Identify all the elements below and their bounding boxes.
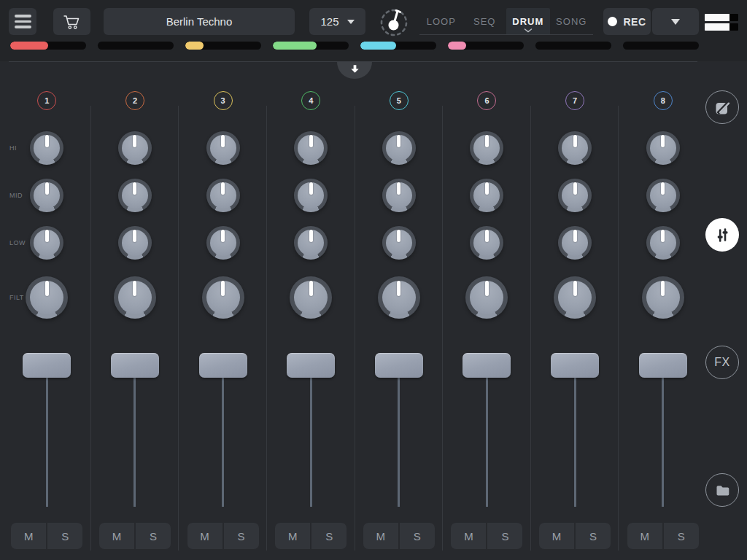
- project-title-field[interactable]: Berlin Techno: [104, 8, 295, 35]
- record-button[interactable]: REC: [603, 8, 651, 35]
- channel-number-badge[interactable]: 6: [477, 91, 496, 110]
- tab-seq[interactable]: SEQ: [463, 8, 507, 34]
- low-knob[interactable]: [382, 226, 416, 260]
- mid-knob[interactable]: [646, 179, 680, 212]
- shop-button[interactable]: [53, 8, 90, 35]
- tab-label: LOOP: [427, 16, 456, 27]
- volume-fader-handle[interactable]: [462, 353, 511, 378]
- low-knob[interactable]: [206, 226, 240, 260]
- mute-solo-group: MS: [11, 523, 82, 549]
- pad-progress-6: [448, 42, 524, 50]
- mid-knob[interactable]: [30, 179, 63, 212]
- mute-button[interactable]: M: [99, 523, 134, 549]
- hi-knob[interactable]: [646, 131, 680, 165]
- volume-fader-track: [574, 378, 576, 507]
- channel-7: 7MS: [531, 80, 619, 560]
- mid-knob[interactable]: [206, 179, 240, 212]
- filt-knob[interactable]: [554, 276, 596, 319]
- solo-button[interactable]: S: [311, 523, 347, 549]
- solo-button[interactable]: S: [487, 523, 522, 549]
- hi-knob[interactable]: [30, 131, 63, 165]
- channel-number: 5: [397, 96, 401, 105]
- low-knob[interactable]: [470, 226, 503, 260]
- mute-button[interactable]: M: [627, 523, 662, 549]
- mute-button[interactable]: M: [275, 523, 310, 549]
- filt-knob[interactable]: [465, 276, 508, 319]
- filt-knob[interactable]: [114, 276, 156, 319]
- library-button[interactable]: [705, 473, 739, 507]
- mute-button[interactable]: M: [187, 523, 222, 549]
- mid-knob[interactable]: [470, 179, 503, 212]
- filt-knob[interactable]: [378, 276, 420, 319]
- mute-button[interactable]: M: [11, 523, 46, 549]
- tab-loop[interactable]: LOOP: [419, 8, 463, 34]
- channel-number-badge[interactable]: 1: [37, 91, 56, 110]
- filt-knob[interactable]: [290, 276, 332, 319]
- volume-fader-handle[interactable]: [199, 353, 247, 378]
- chevron-down-icon: [524, 28, 533, 33]
- pad-progress-fill: [448, 42, 466, 50]
- mid-knob[interactable]: [294, 179, 328, 212]
- fx-button[interactable]: FX: [705, 346, 739, 379]
- solo-button[interactable]: S: [47, 523, 82, 549]
- pad-progress-row: [10, 42, 699, 50]
- knob-pointer: [485, 135, 489, 147]
- volume-fader-handle[interactable]: [23, 353, 71, 378]
- channel-number-badge[interactable]: 4: [301, 91, 320, 110]
- solo-button[interactable]: S: [400, 523, 435, 549]
- mute-button[interactable]: M: [363, 523, 398, 549]
- hi-knob[interactable]: [206, 131, 240, 165]
- low-knob[interactable]: [646, 226, 680, 260]
- solo-button[interactable]: S: [136, 523, 171, 549]
- knob-pointer: [573, 230, 577, 242]
- volume-fader-handle[interactable]: [639, 353, 687, 378]
- sliders-icon: [713, 226, 732, 244]
- mid-knob[interactable]: [558, 179, 592, 212]
- volume-fader-handle[interactable]: [287, 353, 335, 378]
- channel-2: 2MS: [91, 80, 179, 560]
- knob-pointer: [573, 281, 577, 296]
- low-knob[interactable]: [558, 226, 592, 260]
- record-options-button[interactable]: [652, 8, 699, 35]
- low-knob[interactable]: [294, 226, 328, 260]
- volume-fader-track: [133, 378, 136, 507]
- mute-button[interactable]: M: [451, 523, 486, 549]
- volume-fader-handle[interactable]: [111, 353, 159, 378]
- channel-number-badge[interactable]: 8: [654, 91, 673, 110]
- solo-button[interactable]: S: [576, 523, 611, 549]
- channel-4: 4MS: [267, 80, 355, 560]
- mute-button[interactable]: M: [539, 523, 574, 549]
- hamburger-icon: [15, 15, 31, 28]
- channel-number-badge[interactable]: 2: [125, 91, 144, 110]
- mid-knob[interactable]: [118, 179, 152, 212]
- hi-knob[interactable]: [382, 131, 416, 165]
- hi-knob[interactable]: [470, 131, 503, 165]
- filt-knob[interactable]: [642, 276, 684, 319]
- hi-knob[interactable]: [558, 131, 592, 165]
- knob-pointer: [397, 135, 400, 147]
- solo-button[interactable]: S: [664, 523, 699, 549]
- volume-fader-handle[interactable]: [551, 353, 599, 378]
- solo-button[interactable]: S: [224, 523, 259, 549]
- filt-knob[interactable]: [26, 276, 68, 319]
- filt-knob[interactable]: [202, 276, 244, 319]
- menu-button[interactable]: [9, 8, 36, 35]
- mid-knob[interactable]: [382, 179, 416, 212]
- low-knob[interactable]: [118, 226, 152, 260]
- tab-drum[interactable]: DRUM: [506, 8, 550, 34]
- mixer-view-button[interactable]: [705, 218, 739, 252]
- channel-number-badge[interactable]: 3: [214, 91, 233, 110]
- channel-number-badge[interactable]: 7: [565, 91, 584, 110]
- bpm-selector[interactable]: 125: [309, 8, 365, 35]
- channel-number-badge[interactable]: 5: [390, 91, 409, 110]
- pad-progress-3: [185, 42, 261, 50]
- hi-knob[interactable]: [294, 131, 328, 165]
- tab-label: DRUM: [512, 16, 543, 27]
- edit-button[interactable]: [705, 90, 739, 124]
- collapse-panel-button[interactable]: [337, 62, 372, 79]
- low-knob[interactable]: [30, 226, 63, 260]
- metronome-button[interactable]: [377, 7, 411, 39]
- volume-fader-handle[interactable]: [375, 353, 423, 378]
- tab-song[interactable]: SONG: [550, 8, 594, 34]
- hi-knob[interactable]: [118, 131, 152, 165]
